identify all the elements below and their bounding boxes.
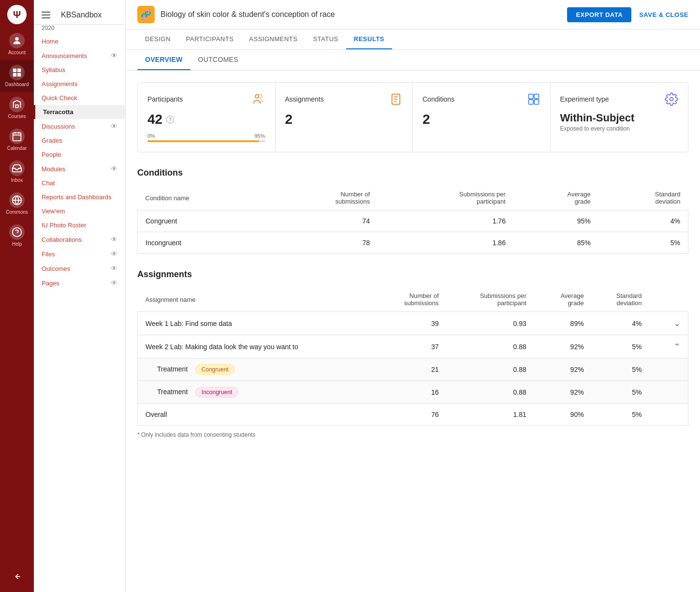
eye-icon: 👁 [111,122,117,130]
nav-item-help[interactable]: Help [0,220,34,252]
condition-avg-grade: 95% [513,210,598,232]
svg-rect-21 [528,94,533,99]
col-condition-submissions: Number ofsubmissions [268,186,378,210]
sidebar-item-outcomes[interactable]: Outcomes 👁 [34,261,125,276]
col-assignment-name: Assignment name [138,287,376,312]
table-row: Incongruent 78 1.86 85% 5% [138,232,688,254]
iu-logo[interactable]: Ψ [7,5,27,24]
conditions-icon [527,92,540,106]
tab-overview[interactable]: OVERVIEW [137,50,190,70]
assignments-table-header-row: Assignment name Number ofsubmissions Sub… [138,287,688,312]
participants-progress: 0% 95% [147,133,265,142]
stat-card-conditions: Conditions 2 [413,83,551,152]
assignments-section: Assignments Assignment name Number ofsub… [137,269,688,438]
assignment-per-participant: 0.88 [447,335,534,358]
nav-item-dashboard[interactable]: Dashboard [0,60,34,92]
svg-point-25 [670,98,673,101]
col-assignment-submissions: Number ofsubmissions [376,287,446,312]
sub-row-avg-grade: 92% [534,381,592,404]
app-name: KBSandbox [61,11,102,19]
conditions-table: Condition name Number ofsubmissions Subm… [137,186,688,254]
sidebar-item-home[interactable]: Home [34,34,125,48]
tab-design[interactable]: DESIGN [137,30,178,49]
nav-item-calendar[interactable]: Calendar [0,124,34,156]
svg-rect-24 [534,100,539,104]
experiment-icon: 🧬 [137,6,155,23]
condition-badge-incongruent: Incongruent [195,387,238,398]
stat-card-experiment-title: Experiment type [560,95,609,103]
expand-chevron-up[interactable]: ⌃ [674,342,680,351]
results-content: Participants 42 ? 0% 95% [126,71,700,450]
experiment-type-subtitle: Exposed to every condition [560,125,679,132]
sidebar-item-modules[interactable]: Modules 👁 [34,162,125,176]
condition-badge-congruent: Congruent [195,364,235,375]
nav-item-commons[interactable]: Commons [0,188,34,220]
svg-rect-3 [13,73,16,76]
col-condition-name: Condition name [138,186,268,210]
sidebar-item-grades[interactable]: Grades [34,133,125,148]
svg-rect-1 [13,69,16,72]
sidebar-item-viewem[interactable]: View'em [34,204,125,218]
assignment-avg-grade: 90% [534,404,592,426]
progress-bar-track [147,140,265,142]
progress-bar-fill [147,140,259,142]
save-close-button[interactable]: SAVE & CLOSE [639,11,688,18]
assignment-submissions: 76 [376,404,446,426]
assignment-per-participant: 1.81 [447,404,534,426]
sidebar-item-announcements[interactable]: Announcements 👁 [34,48,125,63]
sidebar-item-pages[interactable]: Pages 👁 [34,276,125,290]
courses-icon [9,97,25,112]
sidebar-item-terracotta[interactable]: Terracotta [34,105,125,119]
assignment-avg-grade: 89% [534,312,592,335]
participants-info-icon[interactable]: ? [166,116,174,123]
condition-std-dev: 5% [598,232,688,254]
sidebar-item-syllabus[interactable]: Syllabus [34,63,125,77]
sidebar-item-reports[interactable]: Reports and Dashboards [34,190,125,204]
assignments-footnote: * Only includes data from consenting stu… [137,431,688,438]
sidebar-item-discussions[interactable]: Discussions 👁 [34,119,125,133]
sidebar-item-quick-check[interactable]: Quick Check [34,91,125,105]
sidebar-item-people[interactable]: People [34,148,125,162]
progress-min: 0% [147,133,155,139]
tab-results[interactable]: RESULTS [346,30,392,49]
sidebar-item-files[interactable]: Files 👁 [34,247,125,261]
nav-item-inbox[interactable]: Inbox [0,156,34,188]
eye-icon: 👁 [111,250,117,258]
assignment-submissions: 37 [376,335,446,358]
assignment-std-dev: 5% [592,335,650,358]
header-left: 🧬 Biology of skin color & student's conc… [137,6,335,23]
collapse-nav-button[interactable] [12,566,22,587]
dashboard-icon [9,65,25,80]
sidebar-item-collaborations[interactable]: Collaborations 👁 [34,232,125,247]
main-content: 🧬 Biology of skin color & student's conc… [126,0,700,592]
export-data-button[interactable]: EXPORT DATA [567,7,631,22]
nav-item-account[interactable]: Account [0,28,34,60]
primary-tabs: DESIGN PARTICIPANTS ASSIGNMENTS STATUS R… [126,30,700,50]
treatment-label: Treatment [157,388,188,396]
svg-rect-6 [13,133,21,141]
treatment-label: Treatment [157,365,188,373]
sidebar-item-iu-photo-roster[interactable]: IU Photo Roster [34,218,125,232]
col-assignment-per-participant: Submissions perparticipant [447,287,534,312]
conditions-table-header-row: Condition name Number ofsubmissions Subm… [138,186,688,210]
tab-participants[interactable]: PARTICIPANTS [178,30,241,49]
expand-chevron-down[interactable]: ⌄ [674,319,680,327]
stat-card-assignments-title: Assignments [285,95,324,103]
sidebar-item-assignments[interactable]: Assignments [34,77,125,91]
assignments-section-title: Assignments [137,269,688,280]
stat-card-conditions-header: Conditions [423,92,540,106]
tab-status[interactable]: STATUS [305,30,346,49]
tab-assignments[interactable]: ASSIGNMENTS [241,30,305,49]
inbox-icon [9,161,25,176]
sidebar-item-chat[interactable]: Chat [34,176,125,190]
tab-outcomes[interactable]: OUTCOMES [190,50,246,70]
nav-item-courses[interactable]: Courses [0,92,34,124]
stat-card-conditions-title: Conditions [423,95,454,103]
eye-icon: 👁 [111,265,117,272]
svg-point-16 [259,95,262,98]
assignment-name: Week 1 Lab: Find some data [138,312,376,335]
hamburger-menu[interactable] [42,12,50,18]
condition-name: Congruent [138,210,268,232]
assignment-submissions: 39 [376,312,446,335]
assignment-expand-cell: ⌃ [650,335,688,358]
